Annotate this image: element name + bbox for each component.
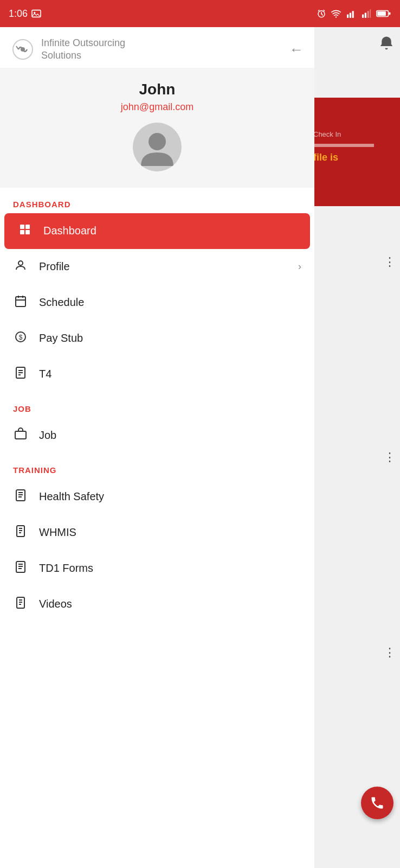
svg-rect-5 bbox=[350, 12, 351, 18]
section-label-job: JOB bbox=[0, 392, 314, 418]
schedule-icon bbox=[13, 295, 28, 311]
drawer-header: Infinite OutsourcingSolutions ← bbox=[0, 27, 314, 68]
nav-item-profile[interactable]: Profile › bbox=[0, 249, 314, 285]
phone-icon bbox=[370, 795, 385, 810]
nav-item-td1forms[interactable]: TD1 Forms bbox=[0, 551, 314, 586]
svg-rect-10 bbox=[370, 9, 371, 18]
svg-rect-33 bbox=[15, 431, 26, 439]
svg-rect-18 bbox=[20, 225, 24, 229]
svg-rect-13 bbox=[389, 12, 390, 15]
svg-rect-19 bbox=[25, 225, 30, 229]
notification-bell-icon[interactable] bbox=[378, 35, 395, 52]
card-menu-3[interactable]: ⋮ bbox=[384, 646, 396, 660]
nav-label-job: Job bbox=[39, 429, 301, 442]
progress-bar bbox=[309, 144, 374, 147]
status-icons bbox=[317, 9, 391, 18]
svg-point-15 bbox=[21, 47, 25, 52]
image-icon bbox=[31, 9, 42, 18]
nav-item-videos[interactable]: Videos bbox=[0, 586, 314, 622]
profile-chevron-icon: › bbox=[298, 261, 301, 272]
nav-label-paystub: Pay Stub bbox=[39, 332, 301, 344]
brand-section: Infinite OutsourcingSolutions bbox=[11, 37, 125, 62]
videos-icon bbox=[13, 596, 28, 612]
nav-label-whmis: WHMIS bbox=[39, 526, 301, 539]
section-label-training: TRAINING bbox=[0, 454, 314, 479]
nav-item-t4[interactable]: T4 bbox=[0, 356, 314, 392]
status-bar: 1:06 bbox=[0, 0, 400, 27]
td1forms-icon bbox=[13, 560, 28, 577]
user-profile-section: John john@gmail.com bbox=[0, 68, 314, 188]
phone-fab-button[interactable] bbox=[361, 787, 393, 819]
health-safety-icon bbox=[13, 489, 28, 505]
svg-text:$: $ bbox=[19, 334, 23, 341]
brand-logo bbox=[11, 37, 35, 61]
svg-rect-21 bbox=[25, 230, 30, 234]
svg-rect-23 bbox=[16, 297, 25, 307]
nav-item-paystub[interactable]: $ Pay Stub bbox=[0, 321, 314, 356]
avatar-silhouette bbox=[136, 125, 179, 169]
profile-icon bbox=[13, 259, 28, 275]
paystub-icon: $ bbox=[13, 330, 28, 347]
dashboard-icon bbox=[17, 223, 33, 239]
time-display: 1:06 bbox=[9, 8, 28, 20]
nav-item-job[interactable]: Job bbox=[0, 418, 314, 454]
nav-item-schedule[interactable]: Schedule bbox=[0, 285, 314, 321]
job-icon bbox=[13, 427, 28, 444]
user-name: John bbox=[139, 81, 176, 98]
svg-point-17 bbox=[149, 133, 166, 150]
nav-label-t4: T4 bbox=[39, 368, 301, 380]
brand-name: Infinite OutsourcingSolutions bbox=[41, 37, 125, 62]
nav-label-health-safety: Health Safety bbox=[39, 490, 301, 503]
logo-icon bbox=[11, 37, 35, 61]
nav-label-videos: Videos bbox=[39, 598, 301, 610]
section-dashboard: DASHBOARD Dashboard bbox=[0, 188, 314, 392]
nav-item-whmis[interactable]: WHMIS bbox=[0, 515, 314, 551]
card-menu-2[interactable]: ⋮ bbox=[384, 450, 396, 464]
nav-item-health-safety[interactable]: Health Safety bbox=[0, 479, 314, 515]
avatar bbox=[133, 123, 182, 171]
nav-item-dashboard[interactable]: Dashboard bbox=[4, 213, 310, 249]
svg-rect-9 bbox=[367, 11, 369, 18]
checkin-banner: Check In file is bbox=[309, 98, 400, 206]
svg-rect-12 bbox=[377, 11, 386, 16]
svg-line-16 bbox=[16, 46, 18, 49]
signal-icon bbox=[346, 9, 357, 18]
section-training: TRAINING Health Safety bbox=[0, 454, 314, 622]
back-button[interactable]: ← bbox=[289, 41, 304, 58]
svg-rect-4 bbox=[347, 15, 349, 18]
status-time: 1:06 bbox=[9, 8, 42, 20]
profile-incomplete-text: file is bbox=[313, 152, 338, 163]
nav-label-schedule: Schedule bbox=[39, 296, 301, 309]
svg-rect-6 bbox=[352, 11, 354, 18]
svg-point-3 bbox=[336, 16, 337, 17]
background-content: Check In file is ⋮ ⋮ ⋮ bbox=[309, 27, 400, 868]
navigation-drawer: Infinite OutsourcingSolutions ← John joh… bbox=[0, 27, 314, 868]
signal-bars-icon bbox=[361, 9, 372, 18]
section-label-dashboard: DASHBOARD bbox=[0, 188, 314, 213]
whmis-icon bbox=[13, 525, 28, 541]
nav-label-profile: Profile bbox=[39, 260, 287, 273]
svg-rect-20 bbox=[20, 230, 24, 234]
wifi-icon bbox=[331, 9, 341, 18]
alarm-icon bbox=[317, 9, 326, 18]
nav-label-td1forms: TD1 Forms bbox=[39, 562, 301, 575]
section-job: JOB Job bbox=[0, 392, 314, 454]
card-menu-1[interactable]: ⋮ bbox=[384, 255, 396, 269]
checkin-label: Check In bbox=[313, 130, 341, 138]
battery-icon bbox=[376, 9, 391, 18]
user-email: john@gmail.com bbox=[121, 101, 193, 113]
main-layout: Check In file is ⋮ ⋮ ⋮ bbox=[0, 27, 400, 868]
svg-rect-8 bbox=[365, 12, 366, 18]
svg-point-22 bbox=[18, 261, 23, 265]
nav-label-dashboard: Dashboard bbox=[43, 225, 297, 237]
svg-rect-7 bbox=[362, 15, 364, 18]
t4-icon bbox=[13, 366, 28, 382]
